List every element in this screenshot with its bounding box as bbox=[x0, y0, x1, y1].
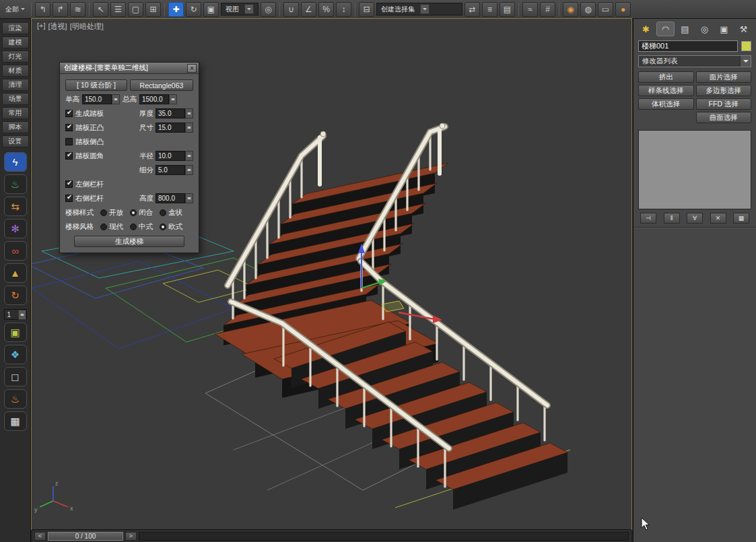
mirror-icon[interactable]: ⇄ bbox=[465, 2, 480, 17]
segments-value[interactable]: 5.0 bbox=[156, 165, 185, 175]
select-and-move-icon[interactable]: ✚ bbox=[168, 2, 184, 17]
chain-icon[interactable]: ∞ bbox=[4, 241, 27, 261]
viewport-menu-shading[interactable]: [明暗处理] bbox=[70, 22, 104, 32]
modifier-stack-list[interactable] bbox=[638, 130, 751, 209]
layers-icon[interactable]: ❖ bbox=[4, 345, 27, 364]
segments-field[interactable]: 5.0 bbox=[156, 165, 193, 175]
tab-modify[interactable]: ◠ bbox=[656, 22, 675, 36]
size-field[interactable]: 15.0 bbox=[156, 123, 193, 133]
window-crossing-icon[interactable]: ⊞ bbox=[145, 2, 161, 17]
steps-count-button[interactable]: [ 10 级台阶 ] bbox=[65, 79, 127, 91]
next-frame-button[interactable]: > bbox=[125, 532, 137, 541]
viewport-menu-view[interactable]: [透视] bbox=[48, 22, 67, 32]
flavor-euro-radio[interactable] bbox=[160, 224, 166, 230]
unlink-selection-icon[interactable]: ↱ bbox=[53, 2, 68, 17]
bind-to-spacewarp-icon[interactable]: ≋ bbox=[70, 2, 85, 17]
select-and-scale-icon[interactable]: ▣ bbox=[203, 2, 219, 17]
radius-value[interactable]: 10.0 bbox=[156, 151, 185, 161]
side-bump-checkbox[interactable] bbox=[65, 138, 73, 145]
unit-height-field[interactable]: 150.0 bbox=[82, 94, 120, 104]
viewport-menu-plus[interactable]: [+] bbox=[37, 22, 46, 32]
tab-display[interactable]: ▣ bbox=[715, 22, 733, 36]
poly-select-button[interactable]: 多边形选择 bbox=[696, 85, 752, 96]
remove-modifier-icon[interactable]: ✕ bbox=[710, 213, 726, 224]
material-editor-icon[interactable]: ◉ bbox=[563, 2, 578, 17]
menu-all[interactable]: 全部 bbox=[3, 3, 28, 16]
snaps-toggle-icon[interactable]: ∪ bbox=[283, 2, 299, 17]
spinner-arrows[interactable] bbox=[185, 193, 193, 203]
style-box-radio[interactable] bbox=[160, 209, 166, 216]
schematic-view-icon[interactable]: # bbox=[540, 2, 555, 17]
rail-height-value[interactable]: 800.0 bbox=[156, 193, 185, 203]
dialog-close-button[interactable]: ✕ bbox=[187, 64, 197, 73]
select-by-name-icon[interactable]: ☰ bbox=[110, 2, 126, 17]
surface-select-button[interactable]: 曲面选择 bbox=[696, 112, 752, 123]
sidebar-tab-script[interactable]: 脚本 bbox=[2, 121, 29, 133]
total-height-value[interactable]: 1500.0 bbox=[139, 94, 169, 104]
tab-create[interactable]: ✱ bbox=[637, 22, 655, 36]
spinner-arrows[interactable] bbox=[185, 108, 193, 118]
extrude-button[interactable]: 挤出 bbox=[638, 71, 694, 83]
teapot-outline-icon[interactable]: ♨ bbox=[4, 389, 27, 409]
generate-stairs-button[interactable]: 生成楼梯 bbox=[74, 236, 184, 247]
spinner-arrows[interactable] bbox=[185, 151, 193, 161]
sidebar-tab-render[interactable]: 渲染 bbox=[2, 22, 29, 34]
make-unique-icon[interactable]: ∀ bbox=[687, 213, 703, 224]
flavor-modern-radio[interactable] bbox=[100, 224, 107, 230]
tab-motion[interactable]: ◎ bbox=[695, 22, 714, 36]
edit-named-selection-icon[interactable]: ⊟ bbox=[359, 2, 374, 17]
sidebar-tab-materials[interactable]: 材质 bbox=[2, 65, 29, 77]
teapot-icon[interactable]: ♨ bbox=[4, 174, 27, 194]
time-slider-handle[interactable]: 0 / 100 bbox=[48, 532, 123, 541]
configure-modifier-sets-icon[interactable]: ▦ bbox=[733, 213, 749, 224]
selection-region-icon[interactable]: ▢ bbox=[128, 2, 143, 17]
mountain-icon[interactable]: ▲ bbox=[4, 263, 27, 283]
spline-select-button[interactable]: 样条线选择 bbox=[638, 85, 694, 96]
front-bump-checkbox[interactable] bbox=[65, 124, 73, 131]
previous-frame-button[interactable]: < bbox=[34, 532, 46, 541]
percent-snap-icon[interactable]: % bbox=[318, 2, 334, 17]
sidebar-tab-cleanup[interactable]: 清理 bbox=[2, 79, 29, 91]
object-color-swatch[interactable] bbox=[741, 41, 751, 51]
flavor-chinese-radio[interactable] bbox=[130, 224, 137, 230]
patch-select-button[interactable]: 面片选择 bbox=[696, 71, 752, 83]
render-setup-icon[interactable]: ◍ bbox=[580, 2, 596, 17]
render-production-icon[interactable]: ● bbox=[615, 2, 631, 17]
reference-coordinate-combo[interactable]: 视图 bbox=[221, 3, 259, 15]
thickness-value[interactable]: 35.0 bbox=[156, 108, 185, 118]
lightning-icon[interactable]: ϟ bbox=[4, 152, 27, 172]
spline-pick-button[interactable]: Rectangle063 bbox=[130, 79, 193, 91]
rail-height-field[interactable]: 800.0 bbox=[156, 193, 193, 203]
angle-snap-icon[interactable]: ∠ bbox=[301, 2, 316, 17]
curve-editor-icon[interactable]: ≈ bbox=[522, 2, 538, 17]
tab-utilities[interactable]: ⚒ bbox=[734, 22, 753, 36]
thickness-field[interactable]: 35.0 bbox=[156, 108, 193, 118]
transfer-arrows-icon[interactable]: ⇆ bbox=[4, 197, 27, 216]
radius-field[interactable]: 10.0 bbox=[156, 151, 193, 161]
rendered-frame-icon[interactable]: ▭ bbox=[598, 2, 613, 17]
sidebar-tab-settings[interactable]: 设置 bbox=[2, 135, 29, 147]
object-name-field[interactable]: 楼梯001 bbox=[638, 40, 738, 52]
style-closed-radio[interactable] bbox=[130, 209, 137, 216]
total-height-field[interactable]: 1500.0 bbox=[139, 94, 177, 104]
select-and-rotate-icon[interactable]: ↻ bbox=[186, 2, 201, 17]
spinner-arrows[interactable] bbox=[169, 94, 177, 104]
sidebar-tab-common[interactable]: 常用 bbox=[2, 107, 29, 119]
align-icon[interactable]: ≡ bbox=[482, 2, 497, 17]
select-and-link-icon[interactable]: ↰ bbox=[35, 2, 50, 17]
sidebar-tab-scene[interactable]: 场景 bbox=[2, 93, 29, 105]
use-center-icon[interactable]: ◎ bbox=[261, 2, 276, 17]
modifier-list-dropdown[interactable]: 修改器列表 bbox=[638, 55, 751, 67]
spinner-arrows[interactable] bbox=[185, 165, 193, 175]
eraser-icon[interactable]: ◻ bbox=[4, 367, 27, 386]
size-value[interactable]: 15.0 bbox=[156, 123, 185, 133]
sidebar-tab-lights[interactable]: 灯光 bbox=[2, 50, 29, 63]
refresh-icon[interactable]: ↻ bbox=[4, 285, 27, 305]
generate-tread-checkbox[interactable] bbox=[65, 110, 73, 117]
named-selection-combo[interactable]: 创建选择集 bbox=[376, 3, 462, 15]
spinner-arrows[interactable] bbox=[18, 310, 26, 320]
dialog-titlebar[interactable]: 创建楼梯-[需要单独二维线] ✕ bbox=[60, 63, 199, 74]
pin-stack-icon[interactable]: ⊣ bbox=[640, 213, 656, 224]
layer-manager-icon[interactable]: ▤ bbox=[500, 2, 515, 17]
grid-icon[interactable]: ▦ bbox=[4, 411, 27, 431]
